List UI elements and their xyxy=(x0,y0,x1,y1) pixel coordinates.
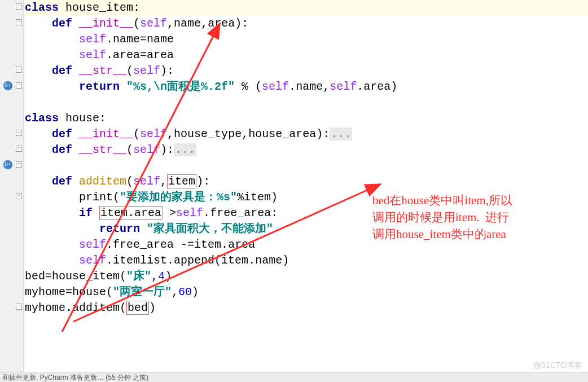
code-line: class house_item: xyxy=(25,0,588,16)
folded-region[interactable]: ... xyxy=(330,128,352,140)
watermark: @51CTO博客 xyxy=(533,361,582,371)
code-line: bed=house_item("床",4) xyxy=(25,269,588,284)
status-bar: 和插件更新: PyCharm 准备更新… (55 分钟 之前) xyxy=(0,372,588,382)
code-line: def __str__(self): xyxy=(25,63,588,79)
fold-icon[interactable] xyxy=(16,82,22,89)
code-line: def __init__(self,name,area): xyxy=(25,16,588,32)
code-line: self.area=area xyxy=(25,47,588,63)
code-line: self.name=name xyxy=(25,32,588,47)
override-icon[interactable] xyxy=(3,160,12,169)
code-line: return "%s,\n面积是%.2f" % (self.name,self.… xyxy=(25,79,588,95)
fold-icon[interactable] xyxy=(16,193,22,199)
fold-expand-icon[interactable] xyxy=(16,146,22,152)
fold-icon[interactable] xyxy=(16,67,22,73)
fold-icon[interactable] xyxy=(16,3,22,10)
fold-icon[interactable] xyxy=(16,130,22,136)
fold-icon[interactable] xyxy=(16,304,22,310)
code-line: class house: xyxy=(25,111,588,126)
code-line: myhome=house("两室一厅",60) xyxy=(25,284,588,300)
fold-icon[interactable] xyxy=(16,19,22,25)
code-line: self.itemlist.append(item.name) xyxy=(25,253,588,269)
gutter-icons xyxy=(0,0,24,382)
highlight-box: item xyxy=(167,174,196,188)
code-line xyxy=(25,95,588,111)
code-line: myhome.additem(bed) xyxy=(25,300,588,316)
code-line xyxy=(25,158,588,174)
code-line: def __str__(self):... xyxy=(25,142,588,158)
folded-region[interactable]: ... xyxy=(174,143,196,156)
highlight-box: item.area xyxy=(99,206,163,220)
highlight-box: bed xyxy=(126,301,149,315)
override-icon[interactable] xyxy=(3,81,12,90)
fold-expand-icon[interactable] xyxy=(16,161,22,168)
annotation-text: bed在house类中叫item,所以 调用的时候是用item. 进行 调用ho… xyxy=(372,175,512,243)
status-text: 和插件更新: PyCharm 准备更新… (55 分钟 之前) xyxy=(2,374,148,381)
code-line: def __init__(self,house_type,house_area)… xyxy=(25,126,588,142)
